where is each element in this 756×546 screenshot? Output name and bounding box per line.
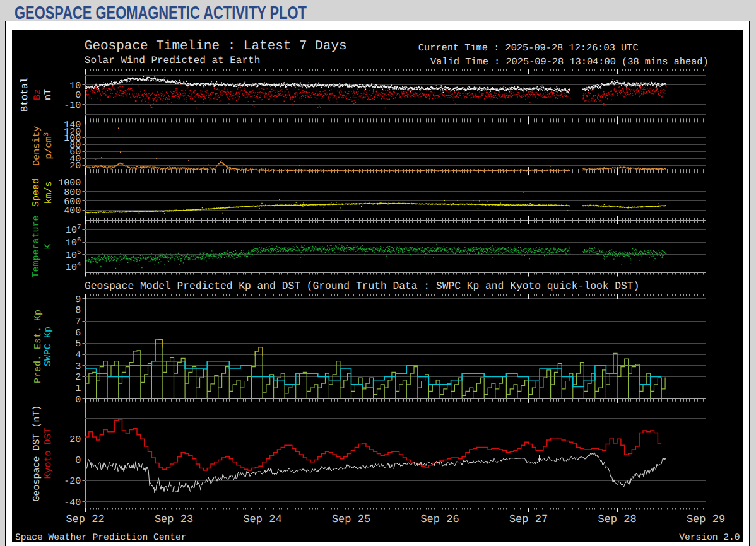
svg-text:3: 3 (75, 361, 81, 372)
svg-text:Sep 28: Sep 28 (598, 514, 636, 526)
svg-text:-10: -10 (64, 100, 81, 111)
svg-text:Kyoto DST: Kyoto DST (43, 427, 54, 479)
svg-text:0: 0 (75, 455, 81, 466)
svg-text:6: 6 (75, 328, 81, 339)
svg-text:400: 400 (64, 206, 81, 216)
svg-text:5: 5 (75, 339, 81, 349)
svg-text:Temperature: Temperature (31, 215, 42, 277)
svg-text:-20: -20 (64, 476, 81, 487)
svg-text:Sep 22: Sep 22 (66, 514, 104, 526)
svg-text:10: 10 (69, 81, 81, 91)
svg-text:Sep 24: Sep 24 (243, 514, 281, 526)
svg-text:1: 1 (75, 383, 81, 394)
svg-text:Geospace Model Predicted Kp an: Geospace Model Predicted Kp and DST (Gro… (85, 280, 639, 292)
svg-text:0: 0 (75, 395, 81, 405)
svg-text:Sep 23: Sep 23 (155, 514, 193, 526)
svg-text:km/s: km/s (44, 182, 54, 204)
svg-text:7: 7 (75, 317, 81, 327)
svg-text:nT: nT (43, 89, 54, 100)
svg-text:-40: -40 (64, 497, 81, 508)
svg-text:Speed: Speed (31, 178, 42, 207)
svg-text:2: 2 (75, 372, 81, 383)
svg-text:Btotal: Btotal (20, 78, 30, 112)
svg-text:Sep 29: Sep 29 (687, 514, 725, 526)
svg-text:Sep 25: Sep 25 (332, 514, 370, 526)
svg-text:4: 4 (75, 350, 81, 361)
svg-text:20: 20 (69, 161, 81, 171)
svg-text:8: 8 (75, 305, 81, 316)
svg-text:Geospace DST (nT): Geospace DST (nT) (32, 405, 42, 501)
svg-text:0: 0 (75, 90, 81, 101)
svg-text:20: 20 (69, 434, 81, 445)
svg-text:K: K (43, 243, 54, 249)
svg-text:Geospace Timeline : Latest 7 D: Geospace Timeline : Latest 7 Days (85, 39, 347, 54)
svg-text:Density: Density (32, 126, 42, 166)
svg-text:Bz: Bz (32, 89, 43, 100)
svg-text:Solar Wind Predicted at Earth: Solar Wind Predicted at Earth (85, 55, 260, 66)
svg-text:SWPC Kp: SWPC Kp (43, 327, 54, 366)
svg-text:Pred. Est. Kp: Pred. Est. Kp (33, 310, 44, 383)
svg-text:Version 2.0: Version 2.0 (679, 533, 740, 542)
svg-text:Sep 27: Sep 27 (509, 514, 548, 526)
svg-text:Current Time : 2025-09-28 12:2: Current Time : 2025-09-28 12:26:03 UTC (418, 42, 639, 54)
svg-text:9: 9 (75, 294, 81, 305)
svg-text:Valid Time : 2025-09-28 13:04:: Valid Time : 2025-09-28 13:04:00 (38 min… (430, 56, 709, 67)
svg-text:Sep 26: Sep 26 (420, 514, 459, 526)
svg-text:Space Weather Prediction Cente: Space Weather Prediction Center (15, 533, 187, 542)
